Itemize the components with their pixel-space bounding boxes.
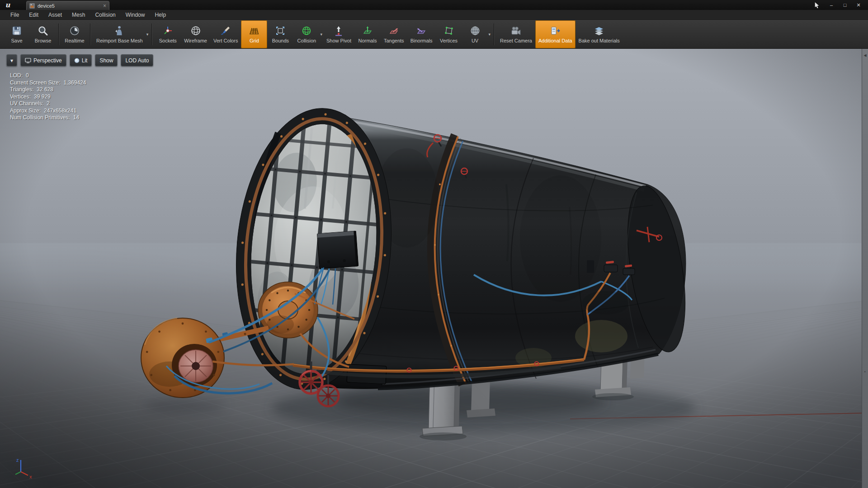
menu-mesh[interactable]: Mesh (67, 10, 90, 19)
viewport-3d-scene[interactable] (0, 49, 868, 488)
static-mesh-editor-window: u device5 × – □ ✕ File Edit Asset Mesh C… (0, 0, 868, 488)
minimize-button[interactable]: – (826, 1, 837, 9)
menu-asset[interactable]: Asset (43, 10, 67, 19)
vertices-icon (443, 25, 455, 37)
menu-file[interactable]: File (5, 10, 24, 19)
right-panel-strip: ◀ ▪ (862, 49, 868, 488)
main-toolbar: Save Browse Realtime Reimport Base Mesh … (0, 20, 868, 49)
3d-viewport[interactable]: ▾ Perspective Lit Show LOD Auto LOD:0 Cu… (0, 49, 868, 488)
grid-button[interactable]: Grid (241, 20, 267, 48)
reimport-base-mesh-button[interactable]: Reimport Base Mesh (93, 20, 146, 48)
show-pivot-button[interactable]: Show Pivot (323, 20, 354, 48)
maximize-button[interactable]: □ (839, 1, 851, 9)
tangents-icon (388, 25, 400, 37)
browse-icon (37, 25, 49, 37)
tab-device5[interactable]: device5 × (26, 1, 109, 10)
panel-marker-icon: ▪ (863, 369, 868, 375)
viewport-options-button[interactable]: ▾ (6, 54, 17, 66)
toolbar-separator (90, 23, 91, 45)
stat-screen-size: Current Screen Size:1,369424 (10, 80, 86, 87)
x-axis-line (21, 472, 28, 475)
viewport-options-caret-icon: ▾ (10, 57, 13, 64)
additional-data-button[interactable]: Additional Data (535, 20, 576, 48)
collision-dropdown-icon[interactable]: ▾ (320, 32, 322, 37)
stat-uv-channels: UV Channels:2 (10, 100, 86, 108)
x-axis-label: x (29, 474, 32, 479)
bounds-icon (274, 25, 286, 37)
viewport-toolbar: ▾ Perspective Lit Show LOD Auto (6, 54, 153, 66)
menu-help[interactable]: Help (150, 10, 171, 19)
wireframe-button[interactable]: Wireframe (181, 20, 210, 48)
normals-button[interactable]: Normals (354, 20, 381, 48)
asset-tab-icon (29, 3, 35, 9)
binormals-button[interactable]: Binormals (407, 20, 436, 48)
close-button[interactable]: ✕ (853, 1, 864, 9)
tab-close-icon[interactable]: × (103, 3, 106, 9)
z-axis-label: z (16, 457, 19, 463)
show-pivot-icon (333, 25, 344, 37)
stat-vertices: Vertices:39 929 (10, 94, 86, 101)
uv-button[interactable]: UV (462, 20, 488, 48)
uv-dropdown-icon[interactable]: ▾ (489, 32, 491, 37)
realtime-button[interactable]: Realtime (61, 20, 88, 48)
uv-icon (469, 25, 481, 37)
lit-sphere-icon (74, 58, 80, 63)
toolbar-separator (494, 23, 495, 45)
save-icon (11, 25, 23, 37)
binormals-icon (415, 25, 427, 37)
normals-icon (362, 25, 373, 37)
tangents-button[interactable]: Tangents (381, 20, 407, 48)
menu-edit[interactable]: Edit (24, 10, 43, 19)
bake-out-materials-button[interactable]: Bake out Materials (576, 20, 623, 48)
unreal-logo-icon: u (0, 0, 15, 10)
realtime-icon (69, 25, 80, 37)
pointer-icon (814, 2, 820, 9)
wireframe-icon (190, 25, 202, 37)
toolbar-separator (151, 23, 152, 45)
additional-data-icon (549, 25, 561, 37)
collision-button[interactable]: Collision (293, 20, 320, 48)
menu-collision[interactable]: Collision (90, 10, 120, 19)
browse-button[interactable]: Browse (30, 20, 56, 48)
stat-triangles: Triangles:32 628 (10, 86, 86, 94)
show-menu-button[interactable]: Show (95, 54, 118, 66)
menubar: File Edit Asset Mesh Collision Window He… (0, 10, 868, 20)
toolbar-separator (58, 23, 59, 45)
collision-icon (301, 25, 312, 37)
titlebar: u device5 × – □ ✕ (0, 0, 868, 10)
sockets-icon (162, 25, 174, 37)
sockets-button[interactable]: Sockets (155, 20, 181, 48)
corner-shade-overlay (0, 49, 868, 488)
y-axis-line (15, 472, 21, 474)
reset-camera-icon (510, 25, 522, 37)
vertices-button[interactable]: Vertices (436, 20, 462, 48)
bounds-button[interactable]: Bounds (267, 20, 293, 48)
reimport-base-mesh-icon (113, 25, 125, 37)
reimport-dropdown-icon[interactable]: ▾ (146, 32, 149, 37)
lod-auto-button[interactable]: LOD Auto (121, 54, 153, 66)
axis-gizmo: z x (14, 455, 35, 480)
perspective-button[interactable]: Perspective (20, 54, 66, 66)
lit-mode-button[interactable]: Lit (70, 54, 92, 66)
vert-colors-icon (220, 25, 231, 37)
stat-lod: LOD:0 (10, 72, 86, 80)
perspective-icon (25, 58, 31, 63)
bake-out-materials-icon (593, 25, 605, 37)
grid-icon (248, 25, 260, 37)
tab-title: device5 (38, 3, 55, 9)
vert-colors-button[interactable]: Vert Colors (210, 20, 241, 48)
save-button[interactable]: Save (4, 20, 30, 48)
panel-expand-icon[interactable]: ◀ (863, 52, 868, 59)
stat-approx-size: Approx Size:247x658x241 (10, 108, 86, 115)
menu-window[interactable]: Window (121, 10, 150, 19)
window-controls: – □ ✕ (814, 0, 868, 10)
reset-camera-button[interactable]: Reset Camera (497, 20, 535, 48)
mesh-stats-overlay: LOD:0 Current Screen Size:1,369424 Trian… (10, 72, 86, 122)
stat-collision-primitives: Num Collision Primitives:14 (10, 114, 86, 122)
